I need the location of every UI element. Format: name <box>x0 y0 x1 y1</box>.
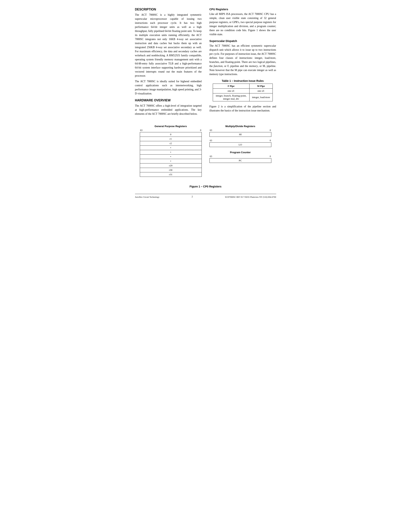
footer-left: Aeroflex Circuit Technology <box>135 196 159 198</box>
gpr-row-r1: r1 <box>140 137 202 141</box>
table-row1-col2: one of: <box>249 89 272 94</box>
gpr-row-r30: r30 <box>140 168 202 172</box>
pc-title: Program Counter <box>209 151 271 154</box>
hardware-para1: The ACT 7000SC offers a high-level of in… <box>135 104 202 116</box>
gpr-diagram: General Purpose Registers 63 0 0 r1 r2 •… <box>140 125 202 179</box>
gpr-bit-header: 63 0 <box>140 129 202 132</box>
cpu-registers-title: CPU Registers <box>209 8 276 11</box>
gpr-bit-low: 0 <box>200 129 201 132</box>
gpr-row-r2: r2 <box>140 141 202 145</box>
description-section: DESCRIPTION The ACT 7000SC is a highly i… <box>135 8 202 95</box>
gpr-row-dot1: • <box>140 145 202 150</box>
gpr-row-dot3: • <box>140 154 202 159</box>
superscalar-section: Superscalar Dispatch The ACT 7000SC has … <box>209 39 276 76</box>
table-row-1: one of: one of: <box>213 89 273 94</box>
description-para1: The ACT 7000SC is a highly integrated sy… <box>135 13 202 78</box>
main-content: DESCRIPTION The ACT 7000SC is a highly i… <box>135 8 276 119</box>
pc-row: PC <box>209 158 271 163</box>
hi-row: HI <box>209 132 271 137</box>
right-diagrams: Multiply/Divide Registers 63 0 HI 63 0 L… <box>209 125 271 179</box>
lo-row: LO <box>209 142 271 147</box>
md-title: Multiply/Divide Registers <box>209 125 271 128</box>
footer-center: 2 <box>192 195 193 198</box>
gpr-row-r29: r29 <box>140 163 202 168</box>
right-column: CPU Registers Like all MIPS ISA processo… <box>209 8 276 119</box>
description-title: DESCRIPTION <box>135 8 202 11</box>
footer-right: SCD7000SC REV B 7/30/01 Plainview NY (51… <box>225 196 276 198</box>
figure-caption: Figure 1 – CP0 Registers <box>135 185 276 188</box>
gpr-row-r31: r31 <box>140 172 202 177</box>
hardware-section: HARDWARE OVERVIEW The ACT 7000SC offers … <box>135 99 202 116</box>
pc-bit-low: 0 <box>270 155 271 158</box>
pc-bit-header: 63 0 <box>209 155 271 158</box>
superscalar-title: Superscalar Dispatch <box>209 39 276 43</box>
gpr-register-group: 0 r1 r2 • • • • r29 r30 r31 <box>140 132 202 177</box>
table-row2-col1: integer, branch, floating-point,integer … <box>213 94 249 101</box>
lo-register-group: 63 0 LO <box>209 139 271 147</box>
page: DESCRIPTION The ACT 7000SC is a highly i… <box>135 8 276 198</box>
gpr-row-dot4: • <box>140 159 202 163</box>
instruction-issue-table: F Pipe M Pipe one of: one of: integer, b… <box>213 84 273 101</box>
hi-register-group: 63 0 HI <box>209 129 271 137</box>
table-row1-col1: one of: <box>213 89 249 94</box>
lo-bit-low: 0 <box>270 139 271 142</box>
lo-bit-header: 63 0 <box>209 139 271 142</box>
gpr-title: General Purpose Registers <box>140 125 202 128</box>
table-row2-col2: integer, load/store <box>249 94 272 101</box>
figure-para: Figure 2 is a simplification of the pipe… <box>209 104 276 113</box>
cpu-registers-section: CPU Registers Like all MIPS ISA processo… <box>209 8 276 36</box>
superscalar-para1: The ACT 7000SC has an efficient symmetri… <box>209 44 276 76</box>
hi-bit-high: 63 <box>210 129 212 132</box>
table-row-2: integer, branch, floating-point,integer … <box>213 94 273 101</box>
diagrams-section: General Purpose Registers 63 0 0 r1 r2 •… <box>135 125 276 179</box>
gpr-row-dot2: • <box>140 150 202 154</box>
pc-bit-high: 63 <box>210 155 212 158</box>
lo-bit-high: 63 <box>210 139 212 142</box>
hi-bit-header: 63 0 <box>209 129 271 132</box>
footer: Aeroflex Circuit Technology 2 SCD7000SC … <box>135 194 276 198</box>
table-col1-header: F Pipe <box>213 84 249 89</box>
gpr-row-0: 0 <box>140 132 202 137</box>
left-column: DESCRIPTION The ACT 7000SC is a highly i… <box>135 8 202 119</box>
gpr-bit-high: 63 <box>140 129 142 132</box>
hi-bit-low: 0 <box>270 129 271 132</box>
cpu-registers-para1: Like all MIPS ISA processors, the ACT 70… <box>209 12 276 36</box>
table1-title: Table 1 – Instruction Issue Rules <box>209 79 276 82</box>
description-para2: The ACT 7000SC is ideally suited for hig… <box>135 79 202 95</box>
pc-register-group: 63 0 PC <box>209 155 271 163</box>
table-col2-header: M Pipe <box>249 84 272 89</box>
hardware-title: HARDWARE OVERVIEW <box>135 99 202 102</box>
table1-section: Table 1 – Instruction Issue Rules F Pipe… <box>209 79 276 101</box>
